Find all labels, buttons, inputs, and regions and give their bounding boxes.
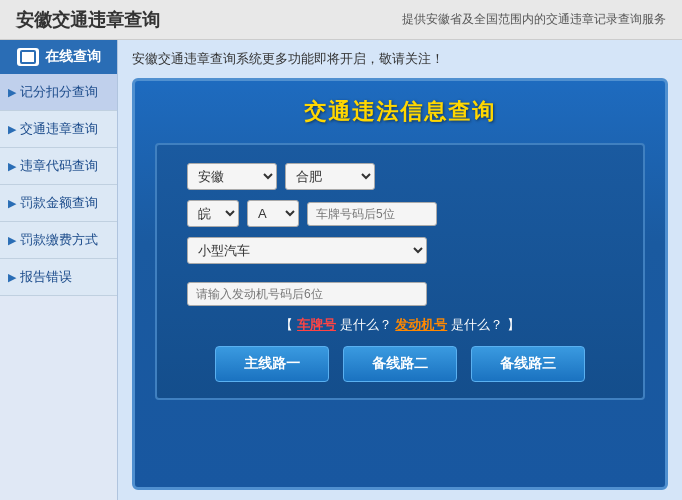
sidebar-item-label: 违章代码查询 bbox=[20, 157, 98, 175]
app-header: 安徽交通违章查询 提供安徽省及全国范围内的交通违章记录查询服务 bbox=[0, 0, 682, 40]
sidebar-item-fine-method[interactable]: ▶ 罚款缴费方式 bbox=[0, 222, 117, 259]
hint-text-2: 是什么？ bbox=[451, 317, 503, 332]
bracket-open: 【 bbox=[280, 317, 293, 332]
engine-input[interactable] bbox=[187, 282, 427, 306]
hint-text-1: 是什么？ bbox=[340, 317, 392, 332]
province-city-row: 安徽 北京 上海 广东 合肥 芜湖 蚌埠 淮南 bbox=[187, 163, 613, 190]
sidebar-item-label: 记分扣分查询 bbox=[20, 83, 98, 101]
app-subtitle: 提供安徽省及全国范围内的交通违章记录查询服务 bbox=[402, 11, 666, 28]
engine-hint-link[interactable]: 发动机号 bbox=[395, 317, 447, 332]
camera-icon bbox=[17, 48, 39, 66]
query-box: 交通违法信息查询 安徽 北京 上海 广东 合肥 芜湖 蚌埠 淮南 bbox=[132, 78, 668, 490]
notice-text: 安徽交通违章查询系统更多功能即将开启，敬请关注！ bbox=[132, 50, 668, 68]
sidebar-item-deduct-points[interactable]: ▶ 记分扣分查询 bbox=[0, 74, 117, 111]
backup-line2-button[interactable]: 备线路二 bbox=[343, 346, 457, 382]
sidebar-header-label: 在线查询 bbox=[45, 48, 101, 66]
form-box: 安徽 北京 上海 广东 合肥 芜湖 蚌埠 淮南 皖 bbox=[155, 143, 645, 400]
bracket-close: 】 bbox=[507, 317, 520, 332]
arrow-icon: ▶ bbox=[8, 271, 16, 284]
sidebar-item-code-lookup[interactable]: ▶ 违章代码查询 bbox=[0, 148, 117, 185]
arrow-icon: ▶ bbox=[8, 123, 16, 136]
plate-row: 皖 京 沪 A B C D E F G bbox=[187, 200, 613, 227]
plate-letter-select[interactable]: A B C D E F G bbox=[247, 200, 299, 227]
button-row: 主线路一 备线路二 备线路三 bbox=[187, 346, 613, 382]
arrow-icon: ▶ bbox=[8, 160, 16, 173]
sidebar-item-label: 报告错误 bbox=[20, 268, 72, 286]
vehicle-type-row: 小型汽车 大型汽车 摩托车 其他 bbox=[187, 237, 613, 264]
arrow-icon: ▶ bbox=[8, 197, 16, 210]
plate-hint-link[interactable]: 车牌号 bbox=[297, 317, 336, 332]
sidebar-header: 在线查询 bbox=[0, 40, 117, 74]
app-body: 在线查询 ▶ 记分扣分查询 ▶ 交通违章查询 ▶ 违章代码查询 ▶ 罚款金额查询… bbox=[0, 40, 682, 500]
arrow-icon: ▶ bbox=[8, 86, 16, 99]
sidebar-item-violation-check[interactable]: ▶ 交通违章查询 bbox=[0, 111, 117, 148]
sidebar-item-label: 罚款缴费方式 bbox=[20, 231, 98, 249]
main-line-button[interactable]: 主线路一 bbox=[215, 346, 329, 382]
sidebar: 在线查询 ▶ 记分扣分查询 ▶ 交通违章查询 ▶ 违章代码查询 ▶ 罚款金额查询… bbox=[0, 40, 118, 500]
province-select[interactable]: 安徽 北京 上海 广东 bbox=[187, 163, 277, 190]
plate-prefix-select[interactable]: 皖 京 沪 bbox=[187, 200, 239, 227]
arrow-icon: ▶ bbox=[8, 234, 16, 247]
vehicle-type-select[interactable]: 小型汽车 大型汽车 摩托车 其他 bbox=[187, 237, 427, 264]
sidebar-item-report-error[interactable]: ▶ 报告错误 bbox=[0, 259, 117, 296]
plate-number-input[interactable] bbox=[307, 202, 437, 226]
app-title: 安徽交通违章查询 bbox=[16, 8, 160, 32]
main-content: 安徽交通违章查询系统更多功能即将开启，敬请关注！ 交通违法信息查询 安徽 北京 … bbox=[118, 40, 682, 500]
city-select[interactable]: 合肥 芜湖 蚌埠 淮南 bbox=[285, 163, 375, 190]
hint-row: 【 车牌号 是什么？ 发动机号 是什么？ 】 bbox=[187, 316, 613, 334]
engine-row bbox=[187, 282, 613, 306]
backup-line3-button[interactable]: 备线路三 bbox=[471, 346, 585, 382]
sidebar-item-fine-amount[interactable]: ▶ 罚款金额查询 bbox=[0, 185, 117, 222]
sidebar-item-label: 交通违章查询 bbox=[20, 120, 98, 138]
query-title: 交通违法信息查询 bbox=[155, 97, 645, 127]
sidebar-item-label: 罚款金额查询 bbox=[20, 194, 98, 212]
